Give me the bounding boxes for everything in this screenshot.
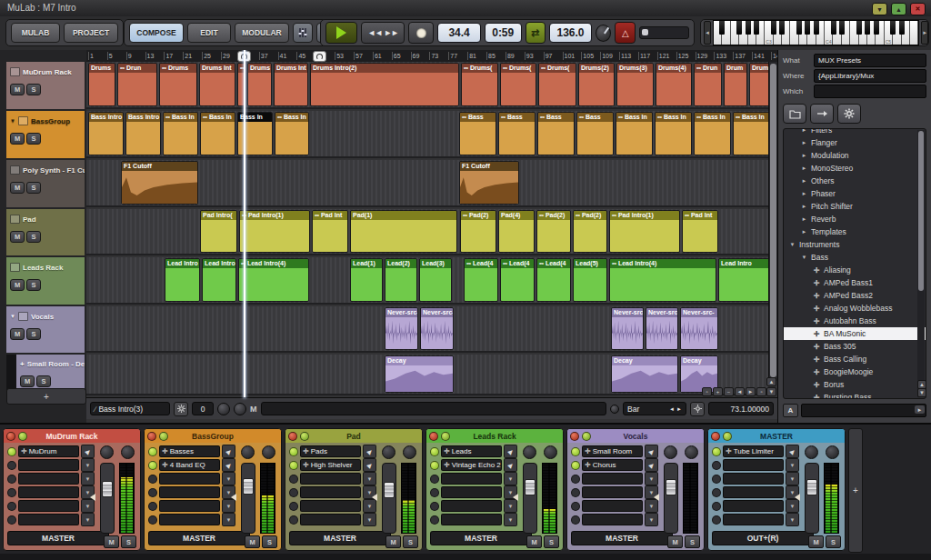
slot-menu-icon[interactable]: ▼ (786, 499, 799, 513)
insert-arrow-icon[interactable] (810, 104, 834, 124)
clip-f1-cutoff[interactable]: F1 Cutoff (121, 161, 198, 205)
clip-bass[interactable]: ∞ Bass (498, 112, 536, 155)
time-display[interactable]: 0:59 (485, 23, 522, 43)
mute-button[interactable]: M (10, 182, 25, 194)
slot-field[interactable] (582, 514, 643, 525)
tab-compose[interactable]: COMPOSE (129, 23, 184, 43)
slot-field[interactable]: ✛Vintage Echo 2 (441, 459, 502, 471)
zoom-fit-icon[interactable]: ▫ (702, 387, 712, 396)
zoom-in-icon[interactable]: + (713, 387, 723, 396)
clip-pad-4[interactable]: Pad(4) (498, 210, 535, 253)
clip-drum[interactable]: Drum (724, 63, 747, 106)
clip-drums[interactable]: Drums (247, 63, 272, 106)
collapsed-arrow-icon[interactable]: ► (801, 140, 807, 145)
piano-black-key[interactable] (890, 21, 896, 35)
piano-black-key[interactable] (736, 21, 742, 35)
volume-fader[interactable] (805, 463, 819, 534)
piano-black-key[interactable] (899, 21, 905, 35)
output-select-button[interactable]: OUT+(R) (712, 531, 814, 545)
preview-play-icon[interactable]: ► (915, 405, 925, 414)
solo-button[interactable]: S (26, 279, 41, 291)
insert-slot[interactable]: ✛Small Room▶ (571, 445, 658, 457)
slot-field[interactable] (300, 486, 361, 498)
clip-lead-4[interactable]: ∞ Lead(4 (464, 258, 498, 302)
fader-handle[interactable] (384, 482, 395, 498)
collapsed-arrow-icon[interactable]: ► (801, 165, 807, 171)
strip-mute-button[interactable]: M (667, 535, 683, 548)
clip-bass-intro[interactable]: Bass Intro (88, 112, 124, 155)
slot-field[interactable] (159, 500, 220, 512)
tree-item-amped-bass1[interactable]: ✛AMPed Bass1 (784, 276, 926, 289)
output-select-button[interactable]: MASTER (430, 531, 532, 545)
clip-lead-intro[interactable]: Lead Intro (202, 258, 236, 302)
lane-3[interactable]: Pad Intro(∞ Pad Intro(1)∞ Pad IntPad(1)∞… (86, 209, 768, 255)
track-header-leads-rack[interactable]: Leads RackMS (6, 257, 85, 305)
slot-edit-icon[interactable]: ▶ (363, 445, 376, 458)
slot-menu-icon[interactable]: ▼ (504, 513, 517, 526)
clip-lead-intro-4[interactable]: ∞ Lead Intro(4) (609, 258, 716, 302)
clip-drums[interactable]: ∞ Drums (159, 63, 197, 106)
slot-field[interactable] (300, 500, 361, 512)
mute-button[interactable]: M (10, 84, 25, 95)
piano-scroll-right[interactable]: ► (921, 21, 928, 45)
pan-knob[interactable] (523, 445, 536, 459)
audition-button[interactable]: A (783, 404, 798, 417)
output-select-button[interactable]: MASTER (289, 531, 391, 545)
slot-field[interactable] (441, 473, 502, 485)
clip-drums[interactable]: ∞ Drums( (461, 63, 498, 106)
mulab-menu-button[interactable]: MULAB (11, 23, 60, 43)
solo-button[interactable]: S (26, 231, 41, 243)
piano-black-key[interactable] (865, 21, 870, 35)
lane-2[interactable]: F1 CutoffF1 Cutoff (86, 160, 768, 207)
piano-black-key[interactable] (874, 21, 879, 35)
width-knob[interactable] (685, 445, 698, 459)
track-header-pad[interactable]: PadMS (6, 209, 85, 255)
piano-black-key[interactable] (771, 21, 776, 35)
insert-slot[interactable]: ▼ (148, 500, 235, 512)
insert-slot[interactable]: ▼ (571, 473, 658, 485)
clip-drun[interactable]: ∞ Drun (117, 63, 157, 106)
clip-bass[interactable]: ∞ Bass (576, 112, 614, 155)
folder-icon[interactable] (783, 104, 806, 124)
clip-pad-int[interactable]: ∞ Pad Int (312, 210, 348, 253)
lane-0[interactable]: Drums∞ Drun∞ DrumsDrums Int∞DrumsDrums I… (86, 62, 768, 109)
zoom-out-icon[interactable]: − (724, 387, 734, 396)
slot-field[interactable] (723, 473, 784, 485)
tree-item-monostereo[interactable]: ►MonoStereo (784, 162, 926, 175)
volume-slider-handle[interactable] (642, 29, 648, 35)
scroll-left-icon[interactable]: ◄ (735, 387, 745, 396)
slot-edit-icon[interactable]: ▶ (222, 445, 235, 458)
tempo-display[interactable]: 136.0 (549, 23, 593, 43)
piano-black-key[interactable] (796, 21, 802, 35)
slot-field[interactable] (159, 514, 220, 525)
strip-power-icon[interactable] (288, 432, 297, 441)
snap-settings-gear-icon[interactable] (690, 402, 705, 416)
maximize-button[interactable]: ▲ (891, 3, 906, 15)
clip-bass-intro[interactable]: Bass Intro (125, 112, 161, 155)
tree-item-flanger[interactable]: ►Flanger (784, 136, 926, 149)
slot-field[interactable] (723, 459, 784, 471)
insert-slot[interactable]: ▼ (430, 473, 517, 485)
tree-item-bursting-bass[interactable]: ✛Bursting Bass (784, 391, 926, 399)
tree-item-instruments[interactable]: ▼Instruments (784, 238, 926, 251)
tree-item-ba-musonic[interactable]: ✛BA MuSonic (784, 327, 926, 340)
playhead[interactable] (244, 50, 245, 397)
clip-bass-in[interactable]: ∞ Bass In (616, 112, 653, 155)
expanded-arrow-icon[interactable]: ▼ (801, 255, 807, 260)
strip-solo-button[interactable]: S (262, 535, 277, 548)
tree-item-autobahn-bass[interactable]: ✛Autobahn Bass (784, 315, 926, 327)
slot-menu-icon[interactable]: ▼ (222, 472, 235, 485)
insert-slot[interactable]: ▼ (430, 486, 517, 498)
clip-drums-int[interactable]: Drums Int (274, 63, 308, 106)
strip-mute-button[interactable]: M (245, 535, 260, 548)
shuffle-knob[interactable] (596, 25, 611, 42)
play-button[interactable] (325, 22, 357, 44)
project-menu-button[interactable]: PROJECT (64, 23, 118, 43)
slot-field[interactable] (18, 500, 79, 512)
clip-decay[interactable]: Decay (385, 355, 454, 393)
scroll-up-icon[interactable]: ▲ (766, 377, 776, 386)
mute-flag-label[interactable]: M (250, 405, 257, 414)
snap-mode-field[interactable]: Bar ◄ ► (623, 402, 686, 415)
slot-field[interactable]: ✛Small Room (582, 445, 643, 457)
clip-bass-in[interactable]: ∞ Bass In (163, 112, 198, 155)
